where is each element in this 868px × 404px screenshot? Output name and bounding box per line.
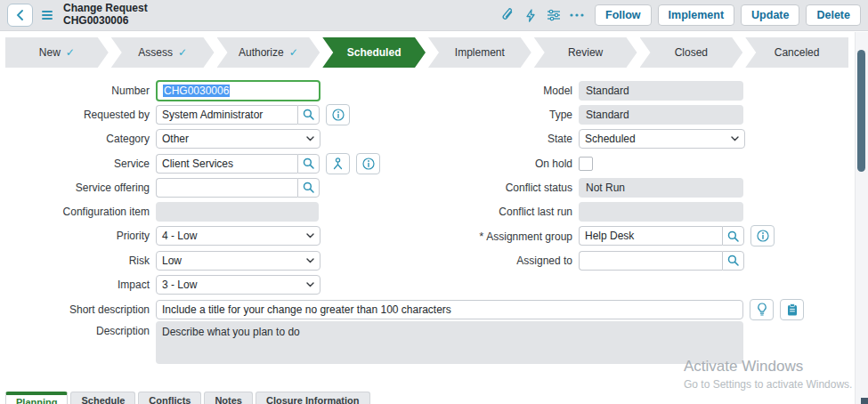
- service-lookup-button[interactable]: [297, 154, 320, 174]
- service-offering-input[interactable]: [156, 178, 297, 198]
- conflict-last-run-label: Conflict last run: [417, 206, 579, 218]
- assigned-to-label: Assigned to: [417, 255, 579, 267]
- tab-closure-information[interactable]: Closure Information: [256, 392, 370, 404]
- search-icon: [303, 158, 314, 169]
- check-icon: ✓: [66, 46, 75, 59]
- field-short-description: Short description Include a title for yo…: [0, 297, 804, 321]
- context-menu-icon[interactable]: [42, 11, 53, 20]
- template-button[interactable]: [780, 299, 804, 320]
- field-conflict-status: Conflict status Not Run: [417, 175, 799, 199]
- search-icon: [727, 230, 739, 242]
- tab-notes[interactable]: Notes: [204, 392, 253, 404]
- field-risk: Risk Low: [0, 248, 383, 272]
- chevron-down-icon: [731, 136, 739, 141]
- number-label: Number: [0, 85, 156, 97]
- check-icon: ✓: [178, 46, 187, 59]
- impact-label: Impact: [0, 279, 156, 291]
- conflict-last-run-readonly: [579, 202, 743, 222]
- field-conflict-last-run: Conflict last run: [417, 199, 799, 223]
- service-preview-button[interactable]: [356, 153, 380, 174]
- state-select[interactable]: Scheduled: [579, 129, 745, 149]
- vertical-scrollbar[interactable]: [855, 32, 868, 404]
- personalize-icon[interactable]: [542, 5, 565, 25]
- agent-assist-icon[interactable]: [519, 5, 542, 25]
- service-input[interactable]: Client Services: [156, 154, 297, 174]
- priority-label: Priority: [0, 230, 156, 242]
- category-label: Category: [0, 133, 156, 145]
- impact-select[interactable]: 3 - Low: [156, 275, 320, 295]
- service-offering-lookup-button[interactable]: [297, 178, 320, 198]
- risk-select[interactable]: Low: [156, 251, 320, 271]
- field-on-hold: On hold: [417, 151, 799, 175]
- delete-button[interactable]: Delete: [806, 4, 861, 26]
- assigned-to-input[interactable]: [579, 251, 722, 271]
- tab-schedule[interactable]: Schedule: [70, 392, 135, 404]
- stage-new[interactable]: New✓: [5, 37, 109, 68]
- field-type: Type Standard: [417, 102, 799, 126]
- field-priority: Priority 4 - Low: [0, 224, 383, 248]
- service-offering-label: Service offering: [0, 182, 156, 194]
- form-column-right: Model Standard Type Standard State Sched…: [417, 78, 799, 272]
- paperclip-icon[interactable]: [496, 5, 519, 25]
- model-label: Model: [417, 85, 579, 97]
- requested-by-preview-button[interactable]: [326, 104, 350, 125]
- short-description-input[interactable]: Include a title for your change no great…: [156, 300, 743, 319]
- field-service: Service Client Services: [0, 151, 383, 175]
- info-icon: [332, 109, 345, 121]
- info-icon: [757, 230, 769, 242]
- assignment-group-preview-button[interactable]: [750, 225, 775, 246]
- field-model: Model Standard: [417, 78, 799, 102]
- field-description: Description Describe what you plan to do: [0, 321, 743, 364]
- field-category: Category Other: [0, 127, 383, 151]
- type-readonly: Standard: [579, 105, 743, 125]
- back-button[interactable]: [7, 4, 33, 27]
- suggestion-button[interactable]: [750, 299, 774, 320]
- on-hold-label: On hold: [417, 158, 579, 170]
- requested-by-input[interactable]: System Administrator: [156, 105, 297, 125]
- stage-canceled[interactable]: Canceled: [745, 37, 848, 68]
- conflict-status-label: Conflict status: [417, 182, 579, 194]
- stage-scheduled[interactable]: Scheduled: [322, 37, 426, 68]
- update-button[interactable]: Update: [741, 4, 799, 26]
- priority-select[interactable]: 4 - Low: [156, 226, 320, 246]
- stage-assess[interactable]: Assess✓: [111, 37, 215, 68]
- number-input[interactable]: CHG0030006: [156, 80, 320, 101]
- stage-review[interactable]: Review: [534, 37, 637, 68]
- tab-conflicts[interactable]: Conflicts: [138, 392, 201, 404]
- change-request-form-page: Change Request CHG0030006: [0, 0, 868, 404]
- record-number: CHG0030006: [63, 15, 148, 28]
- more-options-icon[interactable]: [565, 5, 588, 25]
- service-label: Service: [0, 158, 156, 170]
- tab-planning[interactable]: Planning: [5, 392, 68, 404]
- clipboard-icon: [787, 303, 798, 316]
- model-readonly: Standard: [579, 81, 743, 101]
- stage-closed[interactable]: Closed: [640, 37, 743, 68]
- assigned-to-lookup-button[interactable]: [722, 251, 744, 271]
- description-textarea[interactable]: Describe what you plan to do: [156, 321, 743, 364]
- scrollbar-thumb[interactable]: [857, 50, 865, 172]
- assignment-group-input[interactable]: Help Desk: [579, 226, 722, 246]
- category-select[interactable]: Other: [156, 129, 320, 149]
- search-icon: [303, 182, 314, 193]
- on-hold-checkbox[interactable]: [579, 157, 593, 171]
- process-flow: New✓ Assess✓ Authorize✓ Scheduled Implem…: [5, 37, 848, 68]
- requested-by-lookup-button[interactable]: [297, 105, 320, 125]
- record-title-block: Change Request CHG0030006: [63, 3, 148, 28]
- selected-text: CHG0030006: [163, 85, 230, 97]
- required-marker: *: [479, 230, 483, 243]
- stage-implement[interactable]: Implement: [428, 37, 531, 68]
- requested-by-label: Requested by: [0, 109, 156, 121]
- type-label: Type: [417, 109, 579, 121]
- chevron-left-icon: [16, 10, 24, 20]
- record-tabs: Planning Schedule Conflicts Notes Closur…: [5, 392, 370, 404]
- implement-button[interactable]: Implement: [658, 4, 735, 26]
- assignment-group-lookup-button[interactable]: [722, 226, 744, 246]
- follow-button[interactable]: Follow: [595, 4, 652, 26]
- page-title: Change Request: [63, 3, 148, 15]
- description-label: Description: [0, 321, 156, 337]
- chevron-down-icon: [306, 136, 314, 141]
- service-map-button[interactable]: [326, 153, 350, 174]
- stage-authorize[interactable]: Authorize✓: [217, 37, 320, 68]
- check-icon: ✓: [289, 46, 298, 59]
- short-description-label: Short description: [0, 303, 156, 316]
